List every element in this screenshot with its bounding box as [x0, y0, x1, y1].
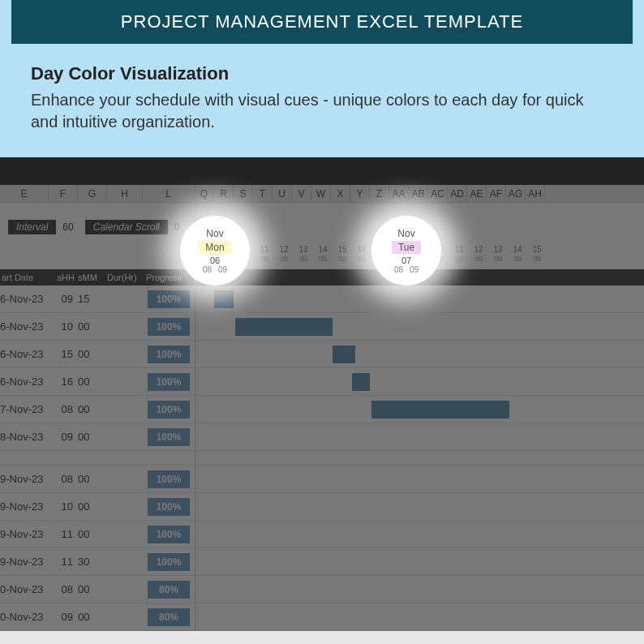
cell-shh[interactable]: 09: [49, 293, 78, 305]
col-header[interactable]: Q: [195, 185, 214, 202]
hour-label: 14: [313, 245, 333, 254]
cell-date[interactable]: 9-Nov-23: [0, 500, 49, 513]
cell-date[interactable]: 8-Nov-23: [0, 431, 49, 443]
cell-progress[interactable]: 80%: [148, 608, 190, 626]
hour-label: 14: [508, 245, 527, 254]
hour-label: 11: [255, 245, 274, 254]
cell-smm[interactable]: 00: [78, 431, 107, 443]
table-row[interactable]: 6-Nov-231600100%: [0, 368, 644, 396]
cell-progress[interactable]: 100%: [148, 346, 190, 363]
cell-shh[interactable]: 11: [49, 528, 78, 540]
col-header[interactable]: AH: [526, 185, 545, 202]
gantt-bar[interactable]: [214, 290, 234, 308]
excel-window: E F G H L Q R S T U V W X Y Z AA AB AC A…: [0, 157, 644, 631]
hour-label: 15: [333, 245, 352, 254]
cell-smm[interactable]: 00: [78, 403, 107, 415]
col-header[interactable]: F: [49, 185, 78, 202]
cell-date[interactable]: 0-Nov-23: [0, 583, 49, 595]
table-row[interactable]: 9-Nov-230800100%: [0, 466, 644, 493]
table-row[interactable]: 9-Nov-231130100%: [0, 548, 644, 576]
excel-ribbon: [0, 157, 644, 185]
col-header[interactable]: T: [253, 185, 273, 202]
col-header[interactable]: AB: [409, 185, 428, 202]
table-row[interactable]: 0-Nov-23090080%: [0, 603, 644, 631]
col-header[interactable]: Y: [350, 185, 370, 202]
cell-progress[interactable]: 80%: [148, 581, 190, 599]
cell-progress[interactable]: 100%: [148, 318, 190, 336]
col-header[interactable]: AE: [467, 185, 487, 202]
table-row[interactable]: 6-Nov-231500100%: [0, 341, 644, 368]
table-row[interactable]: 0-Nov-23080080%: [0, 576, 644, 603]
col-header[interactable]: AD: [448, 185, 467, 202]
hour-label: 11: [449, 245, 469, 254]
cell-date[interactable]: 6-Nov-23: [0, 320, 49, 333]
col-header[interactable]: U: [273, 185, 292, 202]
cell-smm[interactable]: 00: [78, 583, 107, 595]
cell-shh[interactable]: 08: [49, 473, 78, 485]
cell-smm[interactable]: 00: [78, 348, 107, 360]
col-header[interactable]: E: [0, 185, 49, 202]
cell-smm[interactable]: 00: [78, 320, 107, 333]
col-header[interactable]: V: [292, 185, 311, 202]
col-header[interactable]: W: [311, 185, 331, 202]
cell-shh[interactable]: 09: [49, 611, 78, 623]
cell-smm[interactable]: 15: [78, 293, 107, 305]
cell-progress[interactable]: 100%: [148, 373, 190, 391]
cell-progress[interactable]: 100%: [148, 401, 190, 419]
col-header[interactable]: R: [214, 185, 234, 202]
cell-progress[interactable]: 100%: [148, 428, 190, 446]
col-header[interactable]: Z: [370, 185, 389, 202]
col-header[interactable]: AC: [428, 185, 448, 202]
cell-progress[interactable]: 100%: [148, 498, 190, 516]
col-header[interactable]: AA: [389, 185, 409, 202]
cell-progress[interactable]: 100%: [148, 526, 190, 543]
spot-daynum: 06: [210, 255, 220, 265]
cell-shh[interactable]: 09: [49, 431, 78, 443]
cell-progress[interactable]: 100%: [148, 553, 190, 571]
cell-shh[interactable]: 08: [49, 403, 78, 415]
interval-value[interactable]: 60: [59, 221, 81, 233]
table-row[interactable]: 7-Nov-230800100%: [0, 396, 644, 423]
col-header[interactable]: G: [78, 185, 107, 202]
gantt-bar[interactable]: [235, 318, 333, 336]
cell-date[interactable]: 9-Nov-23: [0, 473, 49, 485]
cell-date[interactable]: 0-Nov-23: [0, 611, 49, 623]
cell-progress[interactable]: 100%: [148, 290, 190, 308]
gantt-bar[interactable]: [352, 373, 370, 391]
cell-smm[interactable]: 30: [78, 556, 107, 568]
cell-smm[interactable]: 00: [78, 611, 107, 623]
cell-shh[interactable]: 10: [49, 500, 78, 513]
cell-shh[interactable]: 15: [49, 348, 78, 360]
cell-shh[interactable]: 16: [49, 376, 78, 388]
cell-smm[interactable]: 00: [78, 376, 107, 388]
cell-date[interactable]: 6-Nov-23: [0, 348, 49, 360]
cell-date[interactable]: 9-Nov-23: [0, 556, 49, 568]
cell-date[interactable]: 7-Nov-23: [0, 403, 49, 415]
table-row[interactable]: 6-Nov-230915100%: [0, 286, 644, 313]
cell-shh[interactable]: 08: [49, 583, 78, 595]
table-row[interactable]: 9-Nov-231000100%: [0, 493, 644, 521]
cell-date[interactable]: 9-Nov-23: [0, 528, 49, 540]
cell-smm[interactable]: 00: [78, 528, 107, 540]
table-row[interactable]: 6-Nov-231000100%: [0, 313, 644, 341]
cell-progress[interactable]: 100%: [148, 470, 190, 488]
controls-row: Interval 60 Calendar Scroll 0 ▲▼ ▲▼: [0, 214, 644, 240]
col-header[interactable]: X: [331, 185, 350, 202]
col-header[interactable]: S: [234, 185, 253, 202]
col-header[interactable]: AG: [506, 185, 526, 202]
col-header[interactable]: L: [143, 185, 195, 202]
table-row[interactable]: 8-Nov-230900100%: [0, 423, 644, 451]
cell-date[interactable]: 6-Nov-23: [0, 376, 49, 388]
col-header[interactable]: H: [107, 185, 143, 202]
gantt-bar[interactable]: [333, 346, 355, 363]
gantt-bar[interactable]: [371, 401, 509, 419]
cell-shh[interactable]: 11: [49, 556, 78, 568]
table-row[interactable]: 9-Nov-231100100%: [0, 521, 644, 548]
spot-month: Nov: [397, 228, 414, 239]
header-title: PROJECT MANAGEMENT EXCEL TEMPLATE: [121, 11, 523, 32]
cell-smm[interactable]: 00: [78, 473, 107, 485]
cell-date[interactable]: 6-Nov-23: [0, 293, 49, 305]
cell-smm[interactable]: 00: [78, 500, 107, 513]
cell-shh[interactable]: 10: [49, 320, 78, 333]
col-header[interactable]: AF: [487, 185, 506, 202]
